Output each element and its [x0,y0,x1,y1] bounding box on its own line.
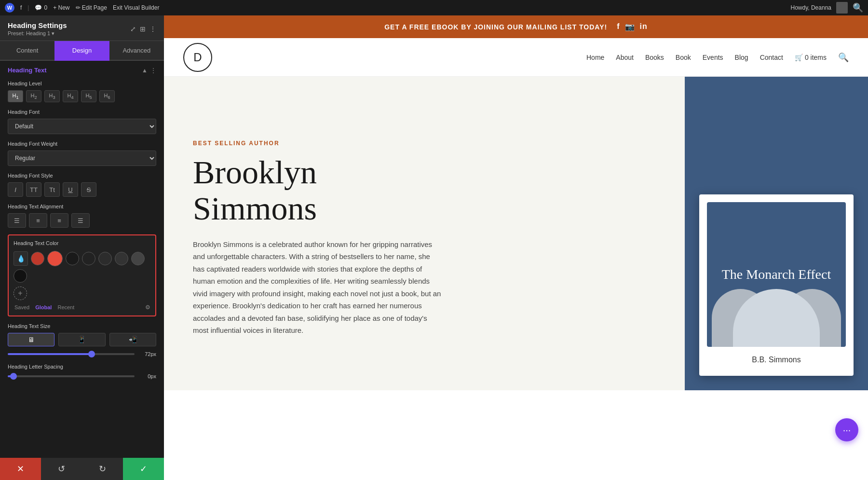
color-swatch-2[interactable] [47,251,63,266]
align-justify-btn[interactable]: ☰ [71,213,90,228]
eyedropper-btn[interactable]: 💧 [14,251,28,266]
preview-area: GET A FREE EBOOK BY JOINING OUR MAILING … [164,15,868,480]
nav-home[interactable]: Home [586,54,604,61]
tab-content[interactable]: Content [0,41,54,61]
heading-h5-btn[interactable]: H5 [81,90,96,102]
heading-font-select[interactable]: Default [8,119,156,134]
heading-h2-btn[interactable]: H2 [26,90,41,102]
redo-btn[interactable]: ↻ [82,458,123,480]
heading-h4-btn[interactable]: H4 [63,90,78,102]
add-color-btn[interactable]: + [14,287,27,300]
avatar [836,2,848,14]
wp-logo[interactable]: W [5,3,14,13]
site-name[interactable]: f [20,4,22,11]
redo-icon: ↻ [99,464,106,474]
size-tablet-btn[interactable]: 📱 [58,333,105,346]
book-card: The Monarch Effect B.B. Simmons [699,194,854,376]
color-swatch-6[interactable] [115,252,128,265]
nav-contact[interactable]: Contact [760,54,783,61]
undo-btn[interactable]: ↺ [41,458,82,480]
hero-bio: Brooklyn Simmons is a celebrated author … [193,238,444,337]
cancel-btn[interactable]: ✕ [0,458,41,480]
book-author: B.B. Simmons [707,352,846,368]
heading-text-color-section: Heading Text Color 💧 + Saved [8,234,156,316]
nav-events[interactable]: Events [703,54,723,61]
section-collapse-icon[interactable]: ▲ [142,67,148,74]
panel-more-icon[interactable]: ⋮ [149,25,156,33]
hero-right: The Monarch Effect B.B. Simmons [685,77,868,390]
panel-title: Heading Settings [8,21,67,29]
site-logo[interactable]: D [183,43,212,72]
instagram-icon[interactable]: 📷 [625,22,635,31]
heading-h6-btn[interactable]: H6 [99,90,115,102]
letter-spacing-slider[interactable] [8,375,135,377]
tab-advanced[interactable]: Advanced [109,41,164,61]
exit-builder-link[interactable]: Exit Visual Builder [113,4,160,11]
panel-columns-icon[interactable]: ⊞ [140,25,146,33]
text-size-slider[interactable] [8,353,135,355]
nav-book[interactable]: Book [676,54,691,61]
comments-link[interactable]: 💬 0 [35,4,47,11]
linkedin-icon[interactable]: in [640,22,648,31]
edit-page-link[interactable]: ✏ Edit Page [76,4,107,11]
sep-1: | [27,4,29,11]
bottom-toolbar: ✕ ↺ ↻ ✓ [0,458,164,480]
panel-fullscreen-icon[interactable]: ⤢ [130,25,136,33]
left-panel: Heading Settings Preset: Heading 1 ▾ ⤢ ⊞… [0,15,164,480]
save-btn[interactable]: ✓ [123,458,164,480]
color-swatch-3[interactable] [66,252,79,265]
nav-books[interactable]: Books [645,54,664,61]
fab-button[interactable]: ··· [835,418,858,441]
align-right-btn[interactable]: ≡ [50,213,68,228]
color-add-row: + [14,287,150,300]
color-swatch-5[interactable] [98,252,112,265]
align-center-btn[interactable]: ≡ [29,213,47,228]
nav-search-icon[interactable]: 🔍 [838,52,849,63]
uppercase-btn[interactable]: TT [26,182,41,197]
size-desktop-btn[interactable]: 🖥 [8,333,54,346]
color-settings-icon[interactable]: ⚙ [145,304,150,311]
panel-preset[interactable]: Preset: Heading 1 ▾ [8,30,67,37]
cart-icon: 🛒 [795,54,803,61]
color-tab-recent[interactable]: Recent [57,304,74,310]
section-more-icon[interactable]: ⋮ [150,67,156,74]
site-hero: BEST SELLING AUTHOR BrooklynSimmons Broo… [164,77,868,390]
nav-blog[interactable]: Blog [735,54,748,61]
text-size-slider-row: 72px [8,351,156,357]
admin-bar-right: Howdy, Deanna 🔍 [791,2,864,14]
text-size-value: 72px [139,351,156,357]
new-link[interactable]: + New [53,4,69,11]
nav-about[interactable]: About [616,54,634,61]
heading-font-weight-label: Heading Font Weight [8,141,156,147]
color-swatch-4[interactable] [82,252,95,265]
heading-text-color-label: Heading Text Color [14,240,150,246]
heading-letter-spacing-label: Heading Letter Spacing [8,364,156,370]
heading-level-label: Heading Level [8,81,156,86]
cart-label: 0 items [805,54,827,61]
facebook-icon[interactable]: f [617,22,620,31]
panel-body: Heading Text ▲ ⋮ Heading Level H1 H2 H3 … [0,61,164,458]
align-row: ☰ ≡ ≡ ☰ [8,213,156,228]
align-left-btn[interactable]: ☰ [8,213,26,228]
color-tab-saved[interactable]: Saved [14,304,29,310]
size-mobile-btn[interactable]: 📲 [109,333,156,346]
heading-font-weight-select[interactable]: Regular [8,151,156,166]
panel-tabs: Content Design Advanced [0,41,164,61]
color-swatch-8[interactable] [14,269,27,283]
site-banner: GET A FREE EBOOK BY JOINING OUR MAILING … [164,15,868,38]
heading-h3-btn[interactable]: H3 [44,90,60,102]
color-swatch-row: 💧 [14,251,150,283]
tab-design[interactable]: Design [54,41,109,61]
heading-h1-btn[interactable]: H1 [8,90,23,102]
color-swatch-1[interactable] [31,252,44,265]
capitalize-btn[interactable]: Tt [44,182,60,197]
color-tab-global[interactable]: Global [35,304,52,310]
hero-name: BrooklynSimmons [193,154,656,227]
cancel-icon: ✕ [17,464,24,474]
strikethrough-btn[interactable]: S [81,182,96,197]
nav-cart[interactable]: 🛒 0 items [795,54,827,61]
admin-search-icon[interactable]: 🔍 [853,2,863,13]
italic-btn[interactable]: I [8,182,23,197]
color-swatch-7[interactable] [131,252,145,265]
underline-btn[interactable]: U [63,182,78,197]
